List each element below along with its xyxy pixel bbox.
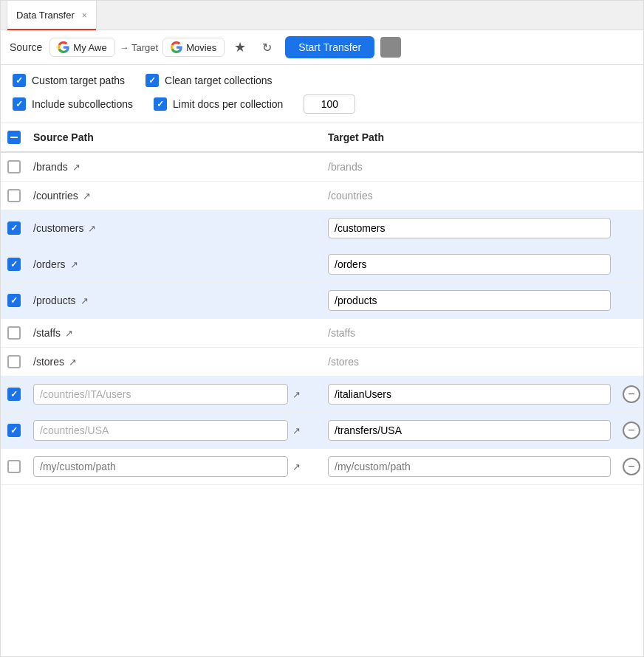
target-path-text: /countries — [328, 190, 373, 202]
row-action-cell — [617, 210, 643, 246]
source-path-text: /orders — [33, 258, 66, 270]
refresh-button[interactable]: ↻ — [256, 36, 278, 58]
row-checkbox-cell[interactable]: ✓ — [1, 413, 27, 448]
clean-target-option[interactable]: ✓ Clean target collections — [145, 74, 273, 87]
source-path-cell: ↗ — [27, 413, 322, 448]
row-checkbox[interactable]: ✓ — [7, 424, 21, 437]
target-path-cell — [322, 376, 617, 412]
row-checkbox[interactable]: ✓ — [7, 221, 21, 235]
source-path-header: Source Path — [27, 131, 322, 144]
table-body: /brands ↗/brands/countries ↗/countries✓/… — [1, 153, 643, 485]
start-transfer-button[interactable]: Start Transfer — [285, 36, 374, 58]
row-checkbox-cell[interactable]: ✓ — [1, 247, 27, 282]
row-checkbox[interactable]: ✓ — [7, 294, 21, 307]
options-area: ✓ Custom target paths ✓ Clean target col… — [1, 65, 643, 123]
include-subcollections-option[interactable]: ✓ Include subcollections — [13, 97, 133, 111]
custom-target-paths-checkbox[interactable]: ✓ — [13, 74, 26, 87]
target-selector[interactable]: Movies — [162, 38, 225, 57]
target-chip-label: Movies — [186, 42, 216, 53]
target-path-input[interactable] — [328, 456, 611, 477]
row-action-cell: − — [617, 413, 643, 448]
external-link-icon[interactable]: ↗ — [80, 295, 89, 306]
table-row: ✓↗− — [1, 376, 643, 413]
table-row: /staffs ↗/staffs — [1, 319, 643, 348]
row-action-cell — [617, 348, 643, 376]
custom-target-paths-option[interactable]: ✓ Custom target paths — [13, 74, 125, 87]
row-checkbox[interactable]: ✓ — [7, 388, 21, 401]
row-checkbox-cell[interactable] — [1, 182, 27, 210]
external-link-icon[interactable]: ↗ — [292, 425, 301, 436]
clean-target-checkbox[interactable]: ✓ — [145, 74, 159, 87]
target-path-text: /stores — [328, 356, 359, 368]
target-path-header: Target Path — [322, 131, 617, 144]
target-path-input[interactable] — [328, 254, 611, 275]
row-checkbox[interactable] — [7, 460, 21, 473]
select-all-checkbox[interactable] — [7, 131, 21, 144]
external-link-icon[interactable]: ↗ — [83, 190, 91, 202]
row-checkbox[interactable] — [7, 160, 21, 173]
table-row: ✓/products ↗ — [1, 283, 643, 319]
row-checkbox-cell[interactable] — [1, 348, 27, 376]
source-path-cell: /stores ↗ — [27, 348, 322, 376]
external-link-icon[interactable]: ↗ — [65, 328, 73, 339]
options-row-1: ✓ Custom target paths ✓ Clean target col… — [13, 74, 631, 87]
target-path-input[interactable] — [328, 420, 611, 441]
options-row-2: ✓ Include subcollections ✓ Limit docs pe… — [13, 94, 631, 114]
table-header: Source Path Target Path — [1, 123, 643, 153]
target-path-input[interactable] — [328, 384, 611, 405]
data-transfer-tab[interactable]: Data Transfer × — [7, 1, 97, 30]
row-action-cell — [617, 182, 643, 210]
target-path-input[interactable] — [328, 218, 611, 238]
source-path-cell: /orders ↗ — [27, 247, 322, 282]
row-checkbox-cell[interactable]: ✓ — [1, 376, 27, 412]
source-path-text: /brands — [33, 161, 68, 173]
row-checkbox-cell[interactable] — [1, 449, 27, 484]
source-path-cell: /customers ↗ — [27, 210, 322, 246]
external-link-icon[interactable]: ↗ — [69, 357, 77, 368]
row-checkbox[interactable] — [7, 326, 21, 340]
source-path-cell: /brands ↗ — [27, 153, 322, 181]
target-path-cell — [322, 283, 617, 318]
external-link-icon[interactable]: ↗ — [292, 461, 301, 472]
source-path-input[interactable] — [33, 384, 288, 405]
limit-value-input[interactable] — [304, 94, 355, 114]
target-path-cell: /countries — [322, 182, 617, 210]
row-checkbox-cell[interactable]: ✓ — [1, 283, 27, 318]
limit-docs-option[interactable]: ✓ Limit docs per collection — [154, 97, 283, 111]
row-checkbox-cell[interactable]: ✓ — [1, 210, 27, 246]
actions-header — [617, 131, 643, 144]
remove-row-button[interactable]: − — [623, 458, 640, 475]
limit-docs-checkbox[interactable]: ✓ — [154, 97, 167, 111]
arrow-target-label: → Target — [120, 42, 159, 53]
target-path-text: /brands — [328, 161, 363, 173]
include-subcollections-checkbox[interactable]: ✓ — [13, 97, 26, 111]
row-action-cell — [617, 247, 643, 282]
header-checkbox-cell[interactable] — [1, 131, 27, 144]
external-link-icon[interactable]: ↗ — [292, 389, 301, 400]
remove-row-button[interactable]: − — [623, 422, 640, 439]
row-action-cell: − — [617, 376, 643, 412]
source-path-text: /products — [33, 295, 76, 306]
source-path-input[interactable] — [33, 420, 288, 441]
external-link-icon[interactable]: ↗ — [70, 259, 78, 270]
row-checkbox-cell[interactable] — [1, 153, 27, 181]
remove-row-button[interactable]: − — [623, 385, 640, 403]
tab-close-button[interactable]: × — [82, 10, 87, 21]
target-path-input[interactable] — [328, 290, 611, 311]
external-link-icon[interactable]: ↗ — [88, 223, 96, 234]
favorite-button[interactable]: ★ — [229, 36, 251, 58]
google-icon-target — [171, 41, 182, 53]
toolbar: Source My Awe → Target — [1, 30, 643, 65]
target-path-cell — [322, 449, 617, 484]
row-checkbox[interactable] — [7, 189, 21, 202]
external-link-icon[interactable]: ↗ — [72, 162, 80, 173]
target-path-cell — [322, 247, 617, 282]
table-row: /brands ↗/brands — [1, 153, 643, 182]
source-path-input[interactable] — [33, 456, 288, 477]
stop-button[interactable] — [380, 37, 401, 58]
source-selector[interactable]: My Awe — [49, 38, 114, 57]
row-checkbox[interactable]: ✓ — [7, 258, 21, 271]
source-path-cell: /products ↗ — [27, 283, 322, 318]
row-checkbox[interactable] — [7, 355, 21, 368]
row-checkbox-cell[interactable] — [1, 319, 27, 347]
